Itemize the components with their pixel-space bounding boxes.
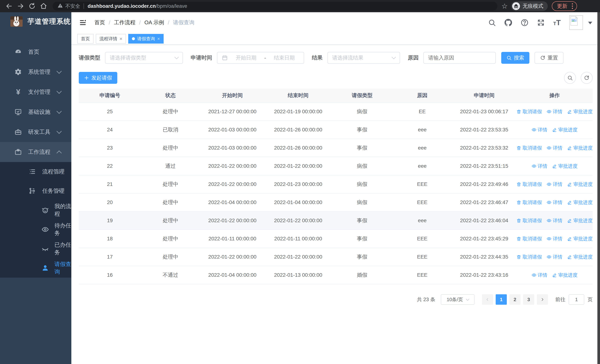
cancel-action-link[interactable]: 取消请假 — [517, 145, 542, 151]
tab-item[interactable]: 首页 — [77, 34, 94, 44]
prev-page-button[interactable] — [482, 294, 493, 305]
chevron-down-icon[interactable] — [588, 22, 592, 26]
help-icon[interactable] — [521, 19, 528, 27]
progress-action-link[interactable]: 审批进度 — [567, 199, 593, 206]
refresh-table-button[interactable] — [581, 72, 593, 84]
page-button-3[interactable]: 3 — [523, 294, 534, 305]
bookmark-star-icon[interactable]: ☆ — [501, 2, 508, 10]
create-leave-button[interactable]: 发起请假 — [79, 72, 117, 84]
page-size-select[interactable]: 10条/页 — [441, 294, 475, 305]
sidebar-item[interactable]: 首页 — [0, 42, 71, 62]
cell-end: 2022-01-23 00:00:00 — [265, 181, 331, 187]
detail-action-link[interactable]: 详情 — [532, 127, 547, 133]
cell-apply_time: 2022-01-22 23:46:47 — [452, 199, 516, 205]
reset-button-label: 重置 — [548, 54, 558, 61]
cancel-action-link[interactable]: 取消请假 — [517, 199, 542, 206]
app-logo-row[interactable]: 芋道管理系统 — [0, 12, 71, 31]
tab-label: 首页 — [81, 36, 90, 42]
detail-action-link[interactable]: 详情 — [547, 235, 562, 242]
progress-action-link[interactable]: 审批进度 — [552, 163, 578, 169]
sidebar-item[interactable]: 基础设施 — [0, 102, 71, 122]
detail-action-link[interactable]: 详情 — [547, 254, 562, 260]
sidebar-item[interactable]: 工作流程 — [0, 142, 71, 162]
detail-action-link[interactable]: 详情 — [547, 108, 562, 115]
fullscreen-icon[interactable] — [537, 19, 545, 27]
progress-action-link[interactable]: 审批进度 — [567, 235, 593, 242]
page-button-2[interactable]: 2 — [509, 294, 521, 305]
result-select[interactable]: 请选择流结果 — [328, 52, 400, 64]
progress-action-link[interactable]: 审批进度 — [567, 108, 593, 115]
sidebar-item[interactable]: 我的流程 — [0, 201, 71, 220]
progress-action-link[interactable]: 审批进度 — [567, 217, 593, 224]
cell-actions: 取消请假详情审批进度 — [517, 254, 593, 260]
back-button[interactable] — [4, 1, 14, 11]
user-avatar[interactable] — [569, 15, 583, 30]
cell-status: 处理中 — [141, 144, 200, 151]
security-warning-icon[interactable] — [57, 3, 65, 10]
action-label: 详情 — [553, 199, 562, 206]
progress-action-link[interactable]: 审批进度 — [567, 145, 593, 151]
close-icon[interactable]: × — [157, 36, 160, 41]
browser-scrollbar[interactable] — [597, 12, 600, 364]
sidebar-item[interactable]: 任务管理 — [0, 181, 71, 201]
close-icon[interactable]: × — [120, 36, 122, 41]
progress-action-link[interactable]: 审批进度 — [567, 181, 593, 187]
table-row: 20处理中2022-01-04 00:00:002022-01-04 00:00… — [79, 194, 593, 212]
breadcrumb-item[interactable]: 工作流程 — [114, 19, 135, 26]
cancel-action-link[interactable]: 取消请假 — [517, 235, 542, 242]
progress-action-link[interactable]: 审批进度 — [552, 272, 578, 278]
search-icon[interactable] — [488, 19, 496, 27]
detail-action-link[interactable]: 详情 — [547, 145, 562, 151]
breadcrumb-item[interactable]: OA 示例 — [144, 19, 164, 26]
sidebar-item[interactable]: 研发工具 — [0, 122, 71, 142]
leave-table: 申请编号状态开始时间结束时间请假类型原因申请时间操作25处理中2021-12-2… — [79, 89, 593, 284]
forward-button[interactable] — [16, 1, 26, 11]
briefcase-icon — [14, 148, 23, 156]
table-header-cell: 操作 — [517, 92, 593, 99]
tab-active[interactable]: 请假查询× — [128, 34, 164, 44]
search-button[interactable]: 搜索 — [501, 52, 529, 64]
github-icon[interactable] — [504, 19, 512, 27]
page-button-1[interactable]: 1 — [496, 294, 507, 305]
sidebar-item[interactable]: ¥支付管理 — [0, 82, 71, 102]
sidebar-fold-icon[interactable] — [79, 19, 86, 26]
leave-type-select[interactable]: 请选择请假类型 — [105, 52, 183, 64]
apply-time-range-picker[interactable]: 开始日期 - 结束日期 — [217, 52, 304, 64]
browser-menu-icon[interactable] — [571, 3, 574, 10]
reset-button[interactable]: 重置 — [534, 52, 563, 64]
sidebar-item[interactable]: 待办任务 — [0, 220, 71, 239]
next-page-button[interactable] — [537, 294, 548, 305]
goto-page-input[interactable] — [569, 294, 584, 305]
cell-start: 2021-12-27 00:00:00 — [200, 109, 265, 114]
toggle-search-button[interactable] — [564, 72, 576, 84]
detail-action-link[interactable]: 详情 — [532, 272, 547, 278]
progress-action-link[interactable]: 审批进度 — [552, 127, 578, 133]
breadcrumb: 首页/工作流程/OA 示例/请假查询 — [94, 19, 195, 26]
sidebar-item[interactable]: 系统管理 — [0, 62, 71, 82]
reason-input[interactable] — [423, 52, 496, 64]
sidebar-item[interactable]: 流程管理 — [0, 162, 71, 181]
apply-time-label: 申请时间 — [191, 54, 212, 62]
sidebar-item[interactable]: 已办任务 — [0, 239, 71, 258]
sidebar-item[interactable]: 请假查询 — [0, 258, 71, 278]
url-path: /bpm/oa/leave — [156, 3, 187, 9]
refresh-icon — [584, 75, 590, 81]
tab-item[interactable]: 流程详情× — [96, 34, 126, 44]
breadcrumb-item[interactable]: 首页 — [94, 19, 105, 26]
address-bar[interactable]: 不安全 dashboard.yudao.iocoder.cn/bpm/oa/le… — [53, 2, 497, 10]
detail-action-link[interactable]: 详情 — [532, 163, 547, 169]
detail-action-link[interactable]: 详情 — [547, 181, 562, 187]
cancel-action-link[interactable]: 取消请假 — [517, 108, 542, 115]
cell-reason: eee — [393, 218, 452, 224]
update-button[interactable]: 更新 — [552, 1, 577, 11]
reload-button[interactable] — [27, 1, 37, 11]
detail-action-link[interactable]: 详情 — [547, 217, 562, 224]
progress-action-link[interactable]: 审批进度 — [567, 254, 593, 260]
cancel-action-link[interactable]: 取消请假 — [517, 217, 542, 224]
chevron-down-icon — [56, 89, 62, 94]
home-button[interactable] — [38, 1, 48, 11]
cancel-action-link[interactable]: 取消请假 — [517, 254, 542, 260]
font-size-icon[interactable]: TT — [553, 19, 561, 27]
cancel-action-link[interactable]: 取消请假 — [517, 181, 542, 187]
detail-action-link[interactable]: 详情 — [547, 199, 562, 206]
